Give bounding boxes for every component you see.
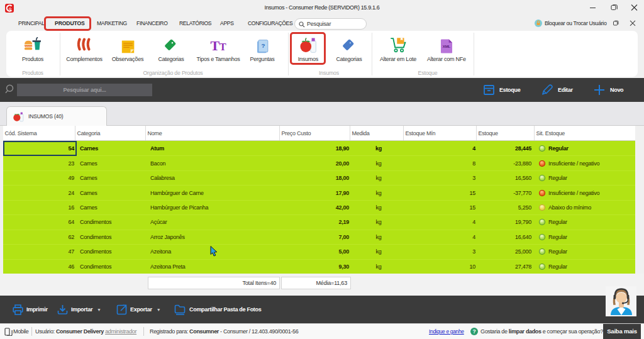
svg-text:?: ?: [472, 328, 475, 335]
svg-text:XML: XML: [443, 44, 451, 48]
svg-text:?: ?: [261, 42, 265, 49]
